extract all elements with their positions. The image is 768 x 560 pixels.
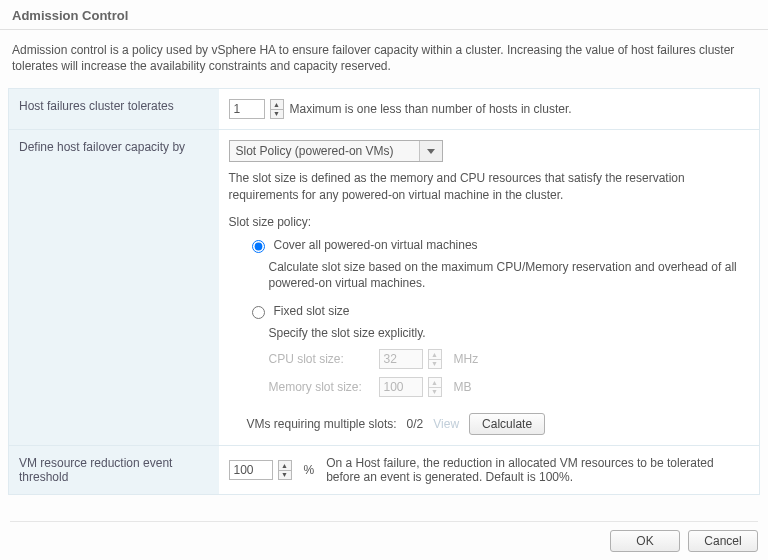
radio-cover-all-desc: Calculate slot size based on the maximum… xyxy=(269,259,750,291)
mem-slot-label: Memory slot size: xyxy=(269,380,373,394)
view-link: View xyxy=(433,417,459,431)
cpu-slot-label: CPU slot size: xyxy=(269,352,373,366)
radio-cover-all-label: Cover all powered-on virtual machines xyxy=(274,238,478,252)
section-title: Admission Control xyxy=(0,0,768,30)
chevron-down-icon xyxy=(427,149,435,154)
failover-capacity-selected: Slot Policy (powered-on VMs) xyxy=(230,141,420,161)
spinner-up-icon[interactable]: ▲ xyxy=(270,99,284,109)
cpu-slot-input xyxy=(379,349,423,369)
vm-reduction-unit: % xyxy=(304,463,315,477)
cpu-slot-unit: MHz xyxy=(454,352,479,366)
host-failures-input[interactable] xyxy=(229,99,265,119)
vm-reduction-label: VM resource reduction event threshold xyxy=(9,446,219,495)
multi-slots-label: VMs requiring multiple slots: xyxy=(247,417,397,431)
dialog-footer: OK Cancel xyxy=(10,521,758,552)
ok-button[interactable]: OK xyxy=(610,530,680,552)
dropdown-button[interactable] xyxy=(420,141,442,161)
spinner-down-icon[interactable]: ▼ xyxy=(278,470,292,480)
failover-capacity-select[interactable]: Slot Policy (powered-on VMs) xyxy=(229,140,443,162)
spinner-up-icon: ▲ xyxy=(428,377,442,387)
spinner-up-icon: ▲ xyxy=(428,349,442,359)
radio-cover-all[interactable] xyxy=(252,240,265,253)
mem-slot-unit: MB xyxy=(454,380,472,394)
spinner-down-icon[interactable]: ▼ xyxy=(270,109,284,119)
spinner-down-icon: ▼ xyxy=(428,359,442,369)
calculate-button[interactable]: Calculate xyxy=(469,413,545,435)
multi-slots-value: 0/2 xyxy=(407,417,424,431)
spinner-down-icon: ▼ xyxy=(428,387,442,397)
settings-table: Host failures cluster tolerates ▲ ▼ Maxi… xyxy=(8,88,760,495)
vm-reduction-stepper[interactable]: ▲ ▼ xyxy=(278,460,292,480)
radio-fixed-slot[interactable] xyxy=(252,306,265,319)
cpu-slot-stepper: ▲ ▼ xyxy=(428,349,442,369)
host-failures-hint: Maximum is one less than number of hosts… xyxy=(290,102,572,116)
slot-policy-heading: Slot size policy: xyxy=(229,215,750,229)
mem-slot-stepper: ▲ ▼ xyxy=(428,377,442,397)
slot-desc: The slot size is defined as the memory a… xyxy=(229,170,750,202)
failover-capacity-label: Define host failover capacity by xyxy=(9,130,219,446)
host-failures-stepper[interactable]: ▲ ▼ xyxy=(270,99,284,119)
vm-reduction-hint: On a Host failure, the reduction in allo… xyxy=(326,456,746,484)
radio-fixed-slot-desc: Specify the slot size explicitly. xyxy=(269,325,750,341)
cancel-button[interactable]: Cancel xyxy=(688,530,758,552)
fixed-slot-fields: CPU slot size: ▲ ▼ MHz Memory slot size: xyxy=(269,349,750,397)
mem-slot-input xyxy=(379,377,423,397)
vm-reduction-input[interactable] xyxy=(229,460,273,480)
intro-text: Admission control is a policy used by vS… xyxy=(0,30,768,88)
host-failures-label: Host failures cluster tolerates xyxy=(9,89,219,130)
spinner-up-icon[interactable]: ▲ xyxy=(278,460,292,470)
radio-fixed-slot-label: Fixed slot size xyxy=(274,304,350,318)
